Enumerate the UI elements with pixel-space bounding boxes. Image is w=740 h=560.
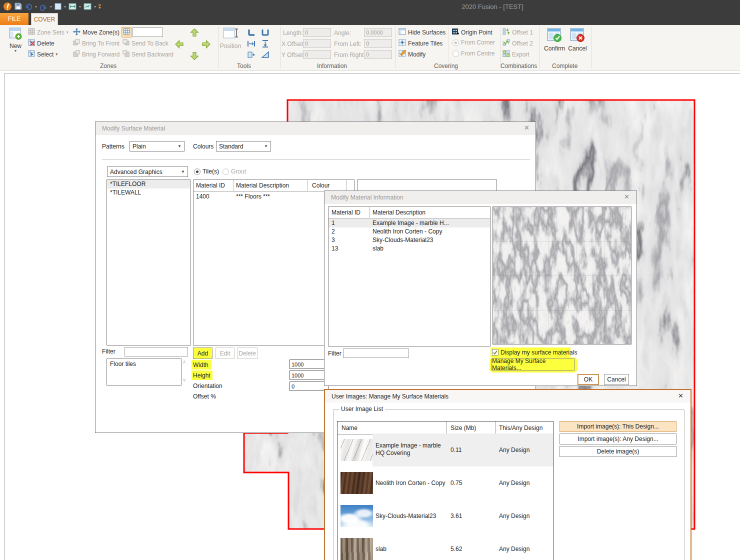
- patterns-combo[interactable]: Plain▼: [130, 141, 184, 152]
- mmi-filter-label: Filter: [328, 350, 342, 357]
- display-materials-label: Display my surface materials: [500, 349, 577, 356]
- table-row[interactable]: 1 Example Image - marble H...: [328, 219, 490, 228]
- material-table-header: Material ID Material Description Colour: [194, 180, 354, 192]
- column-divider: [346, 180, 347, 192]
- msm-filter-label: Filter: [102, 348, 116, 355]
- delete-images-button[interactable]: Delete image(s): [560, 446, 676, 457]
- table-row[interactable]: 13 slab: [328, 244, 490, 253]
- chevron-down-icon: ▼: [178, 144, 182, 148]
- offset-label: Offset %: [193, 393, 216, 400]
- table-row[interactable]: slab 5.62 Any Design: [338, 532, 553, 560]
- patterns-label: Patterns: [102, 143, 124, 150]
- orientation-input[interactable]: [290, 382, 328, 391]
- ok-button[interactable]: OK: [578, 374, 599, 385]
- user-images-table[interactable]: Name Size (Mb) This/Any Design Example I…: [337, 421, 554, 560]
- pattern-list[interactable]: Floor tiles: [106, 358, 182, 386]
- scroll-down-icon[interactable]: ∨: [182, 377, 186, 382]
- material-tile-preview: [492, 206, 632, 344]
- width-label: Width: [192, 360, 212, 370]
- import-any-design-button[interactable]: Import image(s): Any Design...: [560, 434, 676, 444]
- chevron-down-icon: ▼: [264, 144, 268, 148]
- modify-material-information-dialog: Modify Material Information ✕ Material I…: [324, 190, 637, 386]
- table-row[interactable]: 2 Neolith Iron Corten - Copy: [328, 228, 490, 236]
- ui-title-bar[interactable]: User Images: Manage My Surface Materials: [325, 390, 690, 402]
- mmi-close-icon[interactable]: ✕: [624, 194, 630, 200]
- list-item[interactable]: *TILEFLOOR: [107, 180, 190, 188]
- user-image-list-label: User Image List: [339, 406, 385, 412]
- user-images-table-header: Name Size (Mb) This/Any Design: [338, 422, 553, 434]
- column-divider: [446, 422, 447, 434]
- list-item[interactable]: Floor tiles: [107, 359, 181, 367]
- edit-button: Edit: [216, 348, 234, 359]
- slab-thumbnail: [340, 538, 373, 560]
- manage-materials-button[interactable]: Manage My Surface Materials...: [492, 358, 574, 370]
- mmi-table-header: Material ID Material Description: [328, 207, 490, 218]
- graphics-mode-combo[interactable]: Advanced Graphics▼: [107, 166, 188, 177]
- app-window: ▾ ▾ ▾ ▾ ▾ ▾ 2020 Fusion - [TEST] FILE CO…: [0, 0, 740, 560]
- height-input[interactable]: [290, 370, 328, 380]
- tiles-radio[interactable]: [194, 168, 200, 175]
- grout-radio: [222, 168, 229, 175]
- list-item[interactable]: *TILEWALL: [107, 188, 190, 197]
- table-row[interactable]: Sky-Clouds-Material23 3.61 Any Design: [338, 500, 553, 532]
- grout-radio-label: Grout: [231, 168, 246, 175]
- msm-title: Modify Surface Material: [102, 125, 165, 132]
- ui-close-icon[interactable]: ✕: [678, 392, 684, 399]
- corten-thumbnail: [340, 472, 373, 494]
- display-materials-checkbox[interactable]: [492, 349, 498, 356]
- separator: [102, 160, 530, 160]
- sky-thumbnail: [340, 505, 373, 527]
- marble-thumbnail: [340, 439, 373, 461]
- table-row[interactable]: 3 Sky-Clouds-Material23: [328, 236, 490, 244]
- tiles-radio-label: Tile(s): [202, 168, 219, 175]
- orientation-label: Orientation: [193, 382, 222, 390]
- table-row[interactable]: Neolith Iron Corten - Copy 0.75 Any Desi…: [338, 466, 553, 500]
- column-divider: [370, 207, 370, 218]
- mmi-material-table[interactable]: Material ID Material Description 1 Examp…: [328, 206, 490, 346]
- import-this-design-button[interactable]: Import image(s): This Design...: [560, 421, 676, 432]
- msm-filter-input[interactable]: [124, 347, 188, 356]
- user-images-dialog: User Images: Manage My Surface Materials…: [324, 389, 692, 560]
- msm-title-bar[interactable]: Modify Surface Material: [96, 122, 536, 135]
- width-input[interactable]: [290, 360, 328, 369]
- colours-label: Colours: [193, 143, 214, 150]
- mmi-title-bar[interactable]: Modify Material Information: [324, 191, 636, 204]
- table-row[interactable]: Example Image - marble HQ Covering 0.11 …: [338, 434, 553, 466]
- height-label: Height: [192, 370, 212, 380]
- mmi-filter-input[interactable]: [343, 348, 409, 358]
- column-divider: [308, 180, 308, 192]
- mmi-cancel-button[interactable]: Cancel: [604, 374, 629, 385]
- mmi-title: Modify Material Information: [331, 194, 404, 201]
- surface-list[interactable]: *TILEFLOOR *TILEWALL: [106, 180, 190, 346]
- scroll-up-icon[interactable]: ∧: [182, 359, 186, 364]
- tile-grid-overlay: [493, 207, 631, 344]
- delete-button: Delete: [237, 348, 258, 359]
- chevron-down-icon: ▼: [181, 170, 185, 174]
- column-divider: [495, 422, 496, 434]
- column-divider: [234, 180, 234, 192]
- colours-combo[interactable]: Standard▼: [216, 141, 271, 152]
- add-button[interactable]: Add: [193, 348, 212, 359]
- msm-close-icon[interactable]: ✕: [524, 124, 530, 131]
- ui-title: User Images: Manage My Surface Materials: [332, 393, 448, 400]
